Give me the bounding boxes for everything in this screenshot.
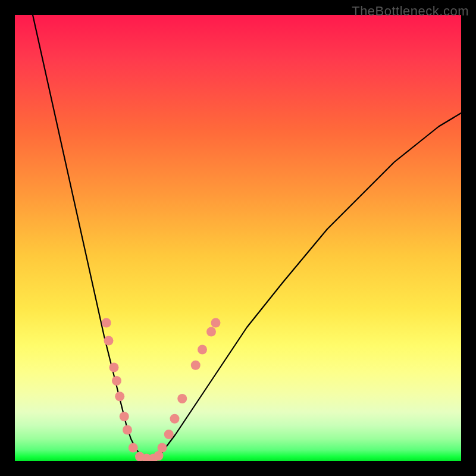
data-marker: [198, 345, 207, 355]
chart-svg: [15, 15, 461, 461]
watermark-text: TheBottleneck.com: [352, 4, 469, 19]
curve-left-branch: [33, 15, 145, 459]
data-marker: [109, 363, 119, 372]
data-marker: [104, 336, 114, 346]
data-marker: [129, 443, 138, 453]
data-marker: [120, 412, 129, 421]
data-marker: [191, 361, 201, 370]
data-marker: [170, 414, 180, 424]
data-marker: [115, 392, 124, 401]
data-marker: [102, 318, 111, 328]
curve-right-branch: [154, 113, 462, 459]
chart-container: TheBottleneck.com: [0, 0, 476, 476]
data-marker: [123, 425, 132, 435]
data-marker: [158, 443, 167, 453]
data-marker: [211, 318, 221, 328]
data-marker: [177, 394, 187, 403]
data-marker: [112, 376, 121, 386]
data-marker: [206, 327, 216, 337]
plot-area: [15, 15, 461, 461]
data-marker: [164, 430, 174, 439]
